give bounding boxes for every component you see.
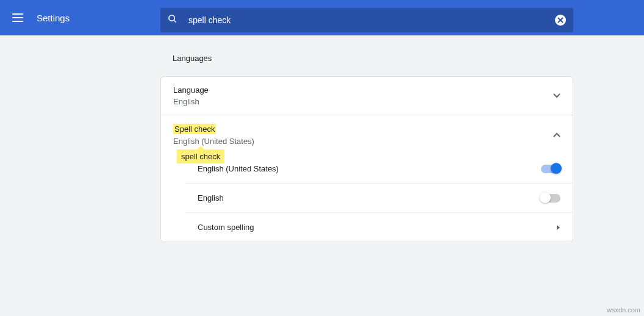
svg-point-0	[169, 15, 174, 21]
item-label: Custom spelling	[198, 223, 254, 232]
watermark: wsxdn.com	[607, 306, 640, 314]
toggle-en[interactable]	[541, 194, 560, 203]
toggle-en-us[interactable]	[541, 165, 560, 173]
languages-card: Language English Spell check English (Un…	[160, 76, 573, 242]
spellcheck-item-en-us: spell check English (United States)	[185, 154, 573, 184]
spellcheck-value: English (United States)	[173, 137, 254, 146]
clear-search-icon[interactable]	[555, 15, 566, 26]
search-icon	[168, 14, 177, 26]
language-label: Language	[173, 85, 209, 95]
arrow-right-icon	[556, 224, 560, 231]
item-label: English (United States)	[198, 164, 279, 173]
language-row[interactable]: Language English	[161, 77, 573, 115]
search-bar[interactable]	[160, 8, 573, 32]
item-label: English	[198, 193, 224, 203]
app-title: Settings	[37, 13, 70, 23]
chevron-down-icon	[553, 93, 560, 98]
search-match-tooltip: spell check	[177, 149, 224, 163]
spellcheck-item-en: English	[185, 184, 573, 213]
chevron-up-icon	[553, 132, 560, 137]
search-input[interactable]	[188, 15, 555, 25]
spellcheck-label: Spell check	[173, 124, 254, 134]
spellcheck-row[interactable]: Spell check English (United States)	[161, 115, 573, 154]
spellcheck-options: spell check English (United States) Engl…	[161, 154, 573, 242]
custom-spelling-row[interactable]: Custom spelling	[185, 213, 573, 242]
menu-icon[interactable]	[12, 13, 23, 22]
svg-line-1	[174, 20, 176, 22]
main-content: Languages Language English Spell check E…	[160, 35, 573, 242]
section-title: Languages	[160, 54, 573, 63]
language-value: English	[173, 97, 209, 106]
